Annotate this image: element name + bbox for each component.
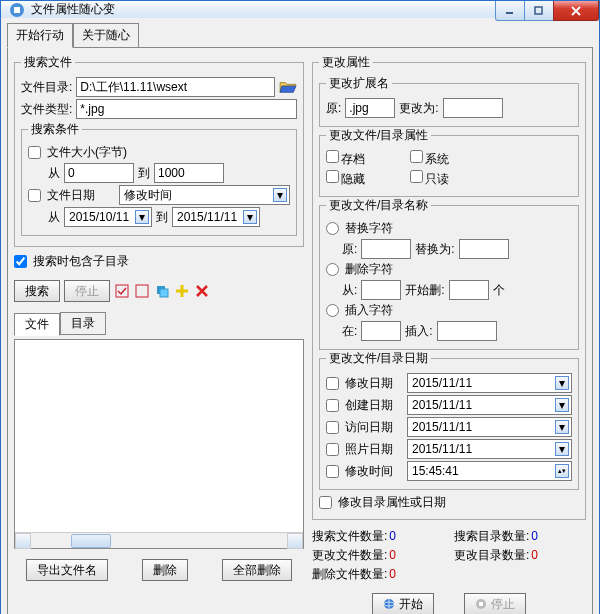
size-checkbox[interactable] <box>28 146 41 159</box>
stat-dfile: 0 <box>389 567 396 581</box>
replace-radio[interactable] <box>326 222 339 235</box>
modtime-cb[interactable] <box>326 465 339 478</box>
size-from-input[interactable] <box>64 163 134 183</box>
archive-checkbox[interactable] <box>326 150 339 163</box>
subtab-file[interactable]: 文件 <box>14 313 60 336</box>
tab-start[interactable]: 开始行动 <box>7 23 73 48</box>
subdir-label: 搜索时包含子目录 <box>33 253 129 270</box>
accessdate-combo[interactable]: 2015/11/11▾ <box>407 417 572 437</box>
result-listbox[interactable] <box>14 339 304 549</box>
date-checkbox[interactable] <box>28 189 41 202</box>
photodate-cb[interactable] <box>326 443 339 456</box>
copy-icon[interactable] <box>154 283 170 299</box>
search-button[interactable]: 搜索 <box>14 280 60 302</box>
date-group: 更改文件/目录日期 修改日期2015/11/11▾ 创建日期2015/11/11… <box>319 350 579 490</box>
svg-rect-7 <box>136 285 148 297</box>
condition-group: 搜索条件 文件大小(字节) 从 到 文件日期 修改时间▾ <box>21 121 297 236</box>
delete-all-button[interactable]: 全部删除 <box>222 559 292 581</box>
app-icon <box>9 2 25 18</box>
attr-legend: 更改属性 <box>319 54 373 71</box>
search-legend: 搜索文件 <box>21 54 75 71</box>
modtime-combo[interactable]: 15:45:41▴▾ <box>407 461 572 481</box>
svg-rect-6 <box>116 285 128 297</box>
dirattr-cb[interactable] <box>319 496 332 509</box>
hidden-checkbox[interactable] <box>326 170 339 183</box>
readonly-checkbox[interactable] <box>410 170 423 183</box>
date-from-combo[interactable]: 2015/10/11▾ <box>64 207 152 227</box>
stop-icon <box>475 598 487 610</box>
date-to-combo[interactable]: 2015/11/11▾ <box>172 207 260 227</box>
stop-button[interactable]: 停止 <box>464 593 526 614</box>
check-all-icon[interactable] <box>114 283 130 299</box>
del-from-input[interactable] <box>361 280 401 300</box>
photodate-combo[interactable]: 2015/11/11▾ <box>407 439 572 459</box>
stats-panel: 搜索文件数量:0 搜索目录数量:0 更改文件数量:0 更改目录数量:0 删除文件… <box>312 528 586 583</box>
attr-group: 更改属性 更改扩展名 原: 更改为: 更改文件/目录属性 存 <box>312 54 586 520</box>
maximize-button[interactable] <box>524 1 554 21</box>
subdir-checkbox[interactable] <box>14 255 27 268</box>
to-label: 到 <box>138 165 150 182</box>
moddate-cb[interactable] <box>326 377 339 390</box>
scroll-thumb[interactable] <box>71 534 111 548</box>
delete-radio[interactable] <box>326 263 339 276</box>
stat-sdir: 0 <box>531 529 538 543</box>
from-label: 从 <box>48 165 60 182</box>
insert-text-input[interactable] <box>437 321 497 341</box>
dir-input[interactable] <box>76 77 275 97</box>
type-input[interactable] <box>76 99 297 119</box>
createdate-combo[interactable]: 2015/11/11▾ <box>407 395 572 415</box>
chevron-down-icon: ▾ <box>135 210 149 224</box>
scrollbar-horizontal[interactable] <box>15 532 303 548</box>
start-button[interactable]: 开始 <box>372 593 434 614</box>
tab-about[interactable]: 关于随心 <box>73 23 139 48</box>
scroll-left-icon[interactable] <box>15 533 31 549</box>
titlebar: 文件属性随心变 <box>1 1 599 18</box>
stop-search-button[interactable]: 停止 <box>64 280 110 302</box>
scroll-right-icon[interactable] <box>287 533 303 549</box>
date-kind-combo[interactable]: 修改时间▾ <box>119 185 290 205</box>
stat-cfile: 0 <box>389 548 396 562</box>
stat-cdir: 0 <box>531 548 538 562</box>
replace-to-input[interactable] <box>459 239 509 259</box>
size-label: 文件大小(字节) <box>47 144 127 161</box>
ext-orig-input[interactable] <box>345 98 395 118</box>
minimize-button[interactable] <box>495 1 525 21</box>
svg-rect-9 <box>160 289 168 297</box>
insert-radio[interactable] <box>326 304 339 317</box>
ext-to-input[interactable] <box>443 98 503 118</box>
dir-label: 文件目录: <box>21 79 72 96</box>
cond-legend: 搜索条件 <box>28 121 82 138</box>
del-count-input[interactable] <box>449 280 489 300</box>
size-to-input[interactable] <box>154 163 224 183</box>
rename-group: 更改文件/目录名称 替换字符 原: 替换为: 删除字符 从: 开始删: 个 插入… <box>319 197 579 350</box>
createdate-cb[interactable] <box>326 399 339 412</box>
chevron-down-icon: ▾ <box>243 210 257 224</box>
globe-icon <box>383 598 395 610</box>
uncheck-all-icon[interactable] <box>134 283 150 299</box>
search-group: 搜索文件 文件目录: 文件类型: 搜索条件 文件大小(字节) <box>14 54 304 247</box>
moddate-combo[interactable]: 2015/11/11▾ <box>407 373 572 393</box>
system-checkbox[interactable] <box>410 150 423 163</box>
delete-button[interactable]: 删除 <box>142 559 188 581</box>
insert-at-input[interactable] <box>361 321 401 341</box>
folder-open-icon[interactable] <box>279 80 297 94</box>
svg-rect-1 <box>14 7 20 13</box>
date-cb-label: 文件日期 <box>47 187 95 204</box>
fileattr-group: 更改文件/目录属性 存档 系统 隐藏 只读 <box>319 127 579 197</box>
main-tabs: 开始行动 关于随心 <box>7 22 593 47</box>
add-icon[interactable] <box>174 283 190 299</box>
export-button[interactable]: 导出文件名 <box>26 559 108 581</box>
ext-group: 更改扩展名 原: 更改为: <box>319 75 579 127</box>
svg-rect-14 <box>479 602 483 606</box>
accessdate-cb[interactable] <box>326 421 339 434</box>
type-label: 文件类型: <box>21 101 72 118</box>
chevron-down-icon: ▾ <box>273 188 287 202</box>
subtab-dir[interactable]: 目录 <box>60 312 106 335</box>
svg-rect-3 <box>535 7 542 14</box>
remove-icon[interactable] <box>194 283 210 299</box>
stat-sfile: 0 <box>389 529 396 543</box>
close-button[interactable] <box>553 1 599 21</box>
replace-orig-input[interactable] <box>361 239 411 259</box>
app-window: 文件属性随心变 开始行动 关于随心 搜索文件 文件目录: <box>0 0 600 614</box>
